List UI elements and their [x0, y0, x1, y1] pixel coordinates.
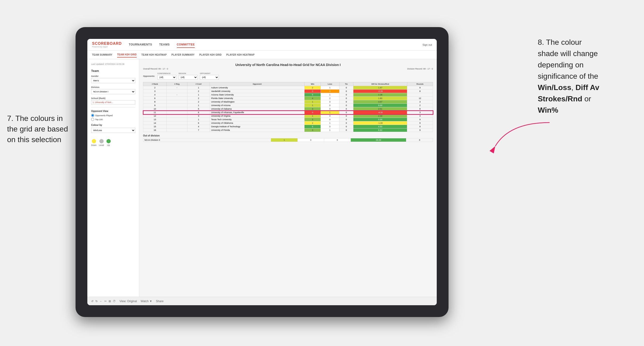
cell-diff: -1.00: [354, 121, 407, 125]
cell-opponent: Texas Tech University: [210, 118, 304, 121]
conference-filter-group: Conference (All): [158, 72, 176, 80]
cell-conf: 1: [187, 86, 210, 90]
cell-loss: 0: [320, 104, 339, 107]
cell-opponent: Arizona State University: [210, 93, 304, 97]
division-select[interactable]: NCAA Division I: [91, 89, 135, 94]
cell-reg: [167, 100, 187, 104]
col-rank: # Rank: [143, 82, 167, 86]
cell-opponent: Vanderbilt University: [210, 90, 304, 93]
cell-reg: [167, 111, 187, 114]
ood-diff: 26.00: [350, 138, 406, 142]
cell-tie: 0: [339, 93, 354, 97]
sub-nav-team-h2h-grid[interactable]: TEAM H2H GRID: [117, 52, 137, 57]
out-of-division-row: NCAA Division II 1 0 0 26.00 3: [143, 138, 433, 142]
clock-btn[interactable]: ⏱: [113, 300, 116, 303]
sidebar-meta: Last Updated: 27/03/2024 16:55:38: [91, 63, 135, 65]
col-diff: Diff Av Strokes/Rnd: [354, 82, 407, 86]
division-record: Division Record: 88 - 17 - 0: [407, 68, 433, 70]
bottom-toolbar: ↺ ↻ ← ✂ ⊞ ⏱ View: Original Watch ▼ Share: [87, 297, 437, 305]
cell-rank: 3: [143, 90, 167, 93]
sub-nav-team-h2h-heatmap[interactable]: TEAM H2H HEATMAP: [142, 52, 167, 57]
cell-rank: 6: [143, 97, 167, 100]
grid-area: University of North Carolina Head-to-Hea…: [139, 59, 437, 297]
cell-rounds: 9: [407, 118, 433, 121]
legend-level: Level: [99, 139, 104, 146]
cell-tie: 0: [339, 118, 354, 121]
cell-loss: 2: [320, 97, 339, 100]
cell-tie: 0: [339, 111, 354, 114]
table-row: 2 - 1 Auburn University 2 1 0 1.67 9: [143, 86, 433, 90]
cell-reg: [167, 121, 187, 125]
logo-text: SCOREBOARD: [92, 41, 122, 46]
school-display: 1. University of Nort...: [91, 100, 135, 104]
main-content: Last Updated: 27/03/2024 16:55:38 Team G…: [87, 59, 437, 297]
colour-by-select[interactable]: Win/Loss: [91, 128, 135, 133]
cell-diff: 4.50: [354, 125, 407, 129]
nav-tournaments[interactable]: TOURNAMENTS: [129, 42, 152, 48]
table-row: 10 5 University of Alabama 3 0 0 2.61 8: [143, 107, 433, 111]
school-label: School (Rank): [91, 97, 135, 99]
cell-opponent: Florida State University: [210, 97, 304, 100]
cell-opponent: Auburn University: [210, 86, 304, 90]
cell-loss: 0: [320, 107, 339, 111]
cell-win: 4: [304, 97, 320, 100]
table-row: 14 6 University of Oklahoma 2 1 0 -1.00 …: [143, 121, 433, 125]
copy-btn[interactable]: ⊞: [108, 300, 111, 303]
table-row: 12 3 University of Virginia 1 0 0 2.33 3: [143, 114, 433, 118]
cell-tie: 0: [339, 121, 354, 125]
legend: Down Level Up: [91, 139, 135, 146]
tablet-device: SCOREBOARD Powered by clippd TOURNAMENTS…: [76, 27, 448, 317]
region-filter-group: Region (All): [179, 72, 198, 80]
cell-diff: 1.67: [354, 86, 407, 90]
out-of-division-table: NCAA Division II 1 0 0 26.00 3: [143, 138, 433, 142]
back-btn[interactable]: ←: [100, 300, 102, 303]
filter-row: Opponents: Conference (All) Region (All): [143, 72, 433, 80]
sub-nav-team-summary[interactable]: TEAM SUMMARY: [92, 52, 112, 57]
cell-win: 1: [304, 114, 320, 118]
cell-rank: 11: [143, 111, 167, 114]
table-row: 4 - 1 Arizona State University 5 1 0 2.2…: [143, 93, 433, 97]
cut-btn[interactable]: ✂: [104, 300, 107, 303]
cell-loss: 0: [320, 114, 339, 118]
undo-btn[interactable]: ↺: [91, 300, 94, 303]
legend-down: Down: [91, 139, 96, 146]
cell-reg: -: [167, 86, 187, 90]
sub-nav-player-h2h-heatmap[interactable]: PLAYER H2H HEATMAP: [226, 52, 254, 57]
data-table: # Rank # Reg # Conf Opponent Win Loss Ti…: [143, 82, 433, 132]
watch-btn[interactable]: Watch ▼: [141, 300, 152, 303]
table-header-row: # Rank # Reg # Conf Opponent Win Loss Ti…: [143, 82, 433, 86]
cell-rounds: 3: [407, 111, 433, 114]
opponent-view-title: Opponent View: [91, 110, 135, 112]
cell-tie: 0: [339, 97, 354, 100]
sub-nav-player-summary[interactable]: PLAYER SUMMARY: [172, 52, 194, 57]
opponents-played-option[interactable]: Opponents Played: [91, 114, 135, 117]
cell-loss: 1: [320, 86, 339, 90]
opponent-filter-select[interactable]: (All): [200, 75, 219, 80]
top-100-option[interactable]: Top 100: [91, 118, 135, 121]
sub-nav-player-h2h-grid[interactable]: PLAYER H2H GRID: [199, 52, 222, 57]
tablet-screen: SCOREBOARD Powered by clippd TOURNAMENTS…: [87, 39, 437, 305]
cell-loss: 1: [320, 121, 339, 125]
view-original-btn[interactable]: View: Original: [120, 300, 137, 303]
cell-win: 3: [304, 118, 320, 121]
nav-committee[interactable]: COMMITTEE: [177, 42, 195, 48]
cell-conf: 1: [187, 93, 210, 97]
cell-loss: 1: [320, 93, 339, 97]
sidebar-team-title: Team: [91, 69, 135, 73]
nav-teams[interactable]: TEAMS: [159, 42, 170, 48]
gender-select[interactable]: Men's: [91, 78, 135, 83]
table-row: 11 6 University of Arkansas, Fayettevill…: [143, 111, 433, 114]
share-btn[interactable]: Share: [156, 300, 164, 303]
redo-btn[interactable]: ↻: [95, 300, 98, 303]
sign-out-link[interactable]: Sign out: [422, 43, 432, 46]
region-filter-select[interactable]: (All): [179, 75, 198, 80]
cell-rank: 16: [143, 129, 167, 132]
cell-win: 5: [304, 93, 320, 97]
cell-rank: 14: [143, 121, 167, 125]
cell-tie: 0: [339, 114, 354, 118]
cell-reg: [167, 125, 187, 129]
conference-filter-select[interactable]: (All): [158, 75, 176, 80]
cell-win: 0: [304, 90, 320, 93]
cell-rounds: [407, 93, 433, 97]
annotation-left: 7. The colours in the grid are based on …: [7, 113, 73, 145]
